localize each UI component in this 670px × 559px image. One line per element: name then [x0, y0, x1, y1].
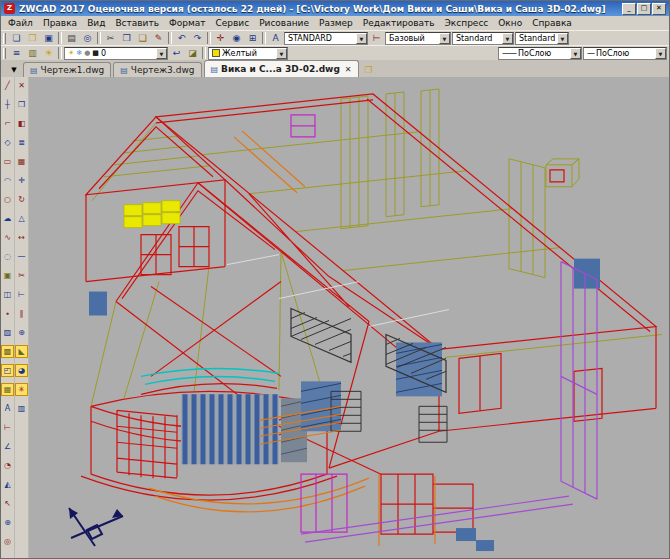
tool-dim-aligned[interactable]: ∠: [1, 440, 14, 453]
tool-join[interactable]: ⊕: [15, 326, 28, 339]
tool-polyline[interactable]: ⌐: [1, 117, 14, 130]
menu-dimension[interactable]: Размер: [314, 18, 358, 28]
tool-rotate[interactable]: ↻: [15, 193, 28, 206]
tab-drawing1[interactable]: ▤Чертеж1.dwg: [23, 62, 111, 77]
tool-polygon[interactable]: ◇: [1, 136, 14, 149]
tool-fillet[interactable]: ◕: [15, 364, 28, 377]
save-file-icon[interactable]: ▣: [41, 32, 56, 45]
tool-insert-block[interactable]: ▣: [1, 269, 14, 282]
drawing-canvas[interactable]: [29, 77, 669, 558]
layer-previous-icon[interactable]: ↩: [169, 47, 184, 60]
close-button[interactable]: ✕: [652, 3, 666, 15]
tab-drawing3-label: Чертеж3.dwg: [131, 65, 195, 75]
mleader-style-combo[interactable]: Standard▼: [515, 32, 569, 45]
zoom-realtime-icon[interactable]: ◉: [229, 32, 244, 45]
menu-insert[interactable]: Вставить: [110, 18, 164, 28]
tool-dim-radius[interactable]: ◔: [1, 459, 14, 472]
toolbar-grip[interactable]: [3, 48, 6, 59]
tool-revision-cloud[interactable]: ☁: [1, 212, 14, 225]
copy-clip-icon[interactable]: ❒: [119, 32, 134, 45]
zoom-window-icon[interactable]: ⊞: [245, 32, 260, 45]
menu-file[interactable]: Файл: [3, 18, 38, 28]
document-tabs: ▤Чертеж1.dwg▤Чертеж3.dwg▤Вика и С...а 3D…: [23, 60, 359, 77]
dim-style-combo[interactable]: Базовый▼: [385, 32, 451, 45]
linetype-combo[interactable]: ——ПоСлою▼: [498, 47, 582, 60]
tab-drawing3[interactable]: ▤Чертеж3.dwg: [113, 62, 201, 77]
menu-tools[interactable]: Сервис: [211, 18, 255, 28]
tool-scale[interactable]: △: [15, 212, 28, 225]
tool-ellipse[interactable]: ◌: [1, 250, 14, 263]
tool-rectangle[interactable]: ▭: [1, 155, 14, 168]
tool-dim-linear[interactable]: ⊢: [1, 421, 14, 434]
menu-modify[interactable]: Редактировать: [358, 18, 440, 28]
tool-region[interactable]: ◰: [1, 364, 14, 377]
tool-table[interactable]: ▦: [1, 383, 14, 396]
menu-view[interactable]: Вид: [82, 18, 110, 28]
menu-draw[interactable]: Рисование: [254, 18, 314, 28]
tool-lengthen[interactable]: —: [15, 250, 28, 263]
tab-overflow-button[interactable]: ▼: [7, 63, 21, 77]
tool-stretch[interactable]: ↔: [15, 231, 28, 244]
tool-quick-leader[interactable]: ↖: [1, 497, 14, 510]
maximize-button[interactable]: □: [637, 3, 651, 15]
color-combo[interactable]: Желтый▼: [208, 47, 288, 60]
open-drawing-button[interactable]: ❐: [361, 62, 377, 77]
tool-spline[interactable]: ∿: [1, 231, 14, 244]
tool-arc[interactable]: ◠: [1, 174, 14, 187]
tool-point[interactable]: ∙: [1, 307, 14, 320]
tool-mirror[interactable]: ◧: [15, 117, 28, 130]
tool-erase[interactable]: ✕: [15, 79, 28, 92]
tool-tolerance[interactable]: ⊕: [1, 516, 14, 529]
match-properties-icon[interactable]: ✎: [151, 32, 166, 45]
tool-copy[interactable]: ❒: [15, 98, 28, 111]
tool-extend[interactable]: ⊢: [15, 288, 28, 301]
dim-style-icon[interactable]: ⊢: [369, 32, 384, 45]
minimize-button[interactable]: _: [622, 3, 636, 15]
tool-array[interactable]: ▦: [15, 155, 28, 168]
tool-move[interactable]: ✛: [15, 174, 28, 187]
layer-lock-icon: ●: [84, 48, 90, 59]
app-icon: Z: [4, 3, 15, 14]
layer-on-off-icon[interactable]: ☀: [41, 47, 56, 60]
make-object-layer-current-icon[interactable]: ◪: [185, 47, 200, 60]
lineweight-combo[interactable]: —ПоСлою▼: [583, 47, 667, 60]
layer-combo[interactable]: ☀❄●■0▼: [64, 47, 168, 60]
menu-format[interactable]: Формат: [164, 18, 211, 28]
redo-icon[interactable]: ↷: [190, 32, 205, 45]
pan-icon[interactable]: ✛: [213, 32, 228, 45]
layer-properties-icon[interactable]: ≡: [9, 47, 24, 60]
tool-gradient[interactable]: ▩: [1, 345, 14, 358]
tool-trim[interactable]: ✂: [15, 269, 28, 282]
table-style-combo[interactable]: Standard▼: [452, 32, 514, 45]
open-file-icon[interactable]: ❐: [25, 32, 40, 45]
paste-clip-icon[interactable]: ❑: [135, 32, 150, 45]
menu-help[interactable]: Справка: [527, 18, 577, 28]
undo-icon[interactable]: ↶: [174, 32, 189, 45]
new-file-icon[interactable]: ❏: [9, 32, 24, 45]
tool-dim-angular[interactable]: ◭: [1, 478, 14, 491]
cut-icon[interactable]: ✂: [103, 32, 118, 45]
tool-multiline-text[interactable]: A: [1, 402, 14, 415]
tab-close-icon[interactable]: ✕: [345, 65, 352, 74]
text-style-icon[interactable]: A: [268, 32, 283, 45]
plot-preview-icon[interactable]: ◎: [80, 32, 95, 45]
plot-icon[interactable]: ▤: [64, 32, 79, 45]
tool-construction-line[interactable]: ┼: [1, 98, 14, 111]
tool-line[interactable]: ╱: [1, 79, 14, 92]
menu-edit[interactable]: Правка: [38, 18, 82, 28]
tool-explode[interactable]: ✳: [15, 383, 28, 396]
tool-make-block[interactable]: ◫: [1, 288, 14, 301]
tool-hatch[interactable]: ▨: [1, 326, 14, 339]
tool-properties[interactable]: ▥: [15, 402, 28, 415]
text-style-combo[interactable]: STANDARD▼: [284, 32, 368, 45]
tool-center-mark[interactable]: ◎: [1, 535, 14, 548]
menu-window[interactable]: Окно: [493, 18, 527, 28]
layer-states-icon[interactable]: ▥: [25, 47, 40, 60]
tool-chamfer[interactable]: ◣: [15, 345, 28, 358]
tool-break[interactable]: ∥: [15, 307, 28, 320]
tool-circle[interactable]: ○: [1, 193, 14, 206]
menu-express[interactable]: Экспресс: [440, 18, 494, 28]
toolbar-grip[interactable]: [3, 33, 6, 44]
tab-vika-sasha-3d[interactable]: ▤Вика и С...а 3D-02.dwg✕: [204, 60, 359, 77]
tool-offset[interactable]: ≣: [15, 136, 28, 149]
